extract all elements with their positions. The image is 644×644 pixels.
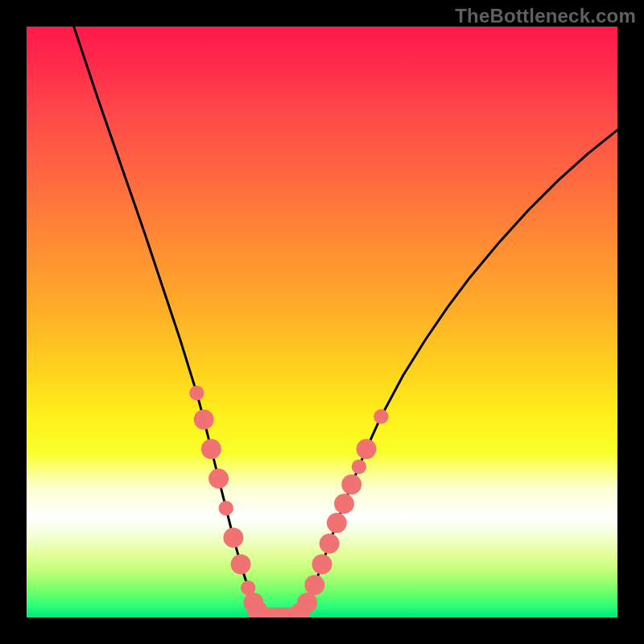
data-point-dot <box>341 474 361 494</box>
data-point-dot <box>231 554 251 574</box>
data-point-dot <box>201 439 221 459</box>
data-point-dot <box>297 592 317 613</box>
curve-layer <box>27 27 617 617</box>
data-point-dot <box>189 386 204 400</box>
data-point-dot <box>320 534 340 554</box>
data-point-dot <box>194 410 214 430</box>
data-point-dot <box>374 409 388 423</box>
watermark-text: TheBottleneck.com <box>455 5 636 27</box>
data-point-dot <box>327 513 347 533</box>
chart-frame: TheBottleneck.com <box>0 0 644 644</box>
plot-area <box>27 27 617 617</box>
data-point-dot <box>352 460 366 474</box>
data-point-dot <box>223 527 243 547</box>
data-point-dot <box>312 554 332 574</box>
data-point-dot <box>304 575 324 595</box>
data-point-dot <box>334 493 354 514</box>
data-point-dot <box>208 469 229 489</box>
bottleneck-curve <box>74 27 617 617</box>
data-point-dot <box>357 439 377 459</box>
data-point-dot <box>219 501 233 515</box>
